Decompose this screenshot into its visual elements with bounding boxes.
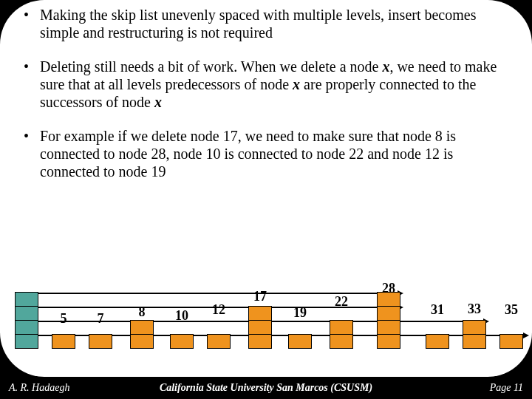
node-value: 31 xyxy=(426,302,449,318)
node-value: 7 xyxy=(89,311,112,327)
bullet-1: Making the skip list unevenly spaced wit… xyxy=(40,6,510,41)
node-tower xyxy=(463,321,486,349)
node-tower xyxy=(499,335,523,349)
node-tower xyxy=(288,335,312,349)
footer: A. R. Hadaegh California State Universit… xyxy=(0,377,532,399)
node-tower xyxy=(207,335,231,349)
node-tower xyxy=(89,335,112,349)
node-value: 17 xyxy=(248,289,272,304)
node-value: 5 xyxy=(52,311,75,327)
node-tower xyxy=(248,307,272,349)
footer-university: California State University San Marcos (… xyxy=(160,382,372,394)
node-value: 33 xyxy=(463,301,486,317)
footer-author: A. R. Hadaegh xyxy=(9,382,69,394)
node-value: 28 xyxy=(377,281,400,296)
node-value: 8 xyxy=(130,304,154,320)
skip-list-diagram: 578101217192228313335 xyxy=(15,235,517,361)
node-tower xyxy=(426,335,449,349)
node-tower xyxy=(377,293,400,349)
node-value: 12 xyxy=(207,302,231,318)
node-value: 10 xyxy=(170,308,194,324)
node-value: 35 xyxy=(499,302,523,318)
footer-page: Page 11 xyxy=(490,382,523,394)
head-tower xyxy=(15,293,38,349)
node-tower xyxy=(52,335,75,349)
node-tower xyxy=(170,335,194,349)
bullet-2: Deleting still needs a bit of work. When… xyxy=(40,58,510,111)
node-value: 19 xyxy=(288,305,312,321)
node-tower xyxy=(130,321,154,349)
bullet-3: For example if we delete node 17, we nee… xyxy=(40,127,510,180)
arrowhead-icon xyxy=(523,332,529,338)
node-value: 22 xyxy=(330,294,353,310)
node-tower xyxy=(330,321,353,349)
